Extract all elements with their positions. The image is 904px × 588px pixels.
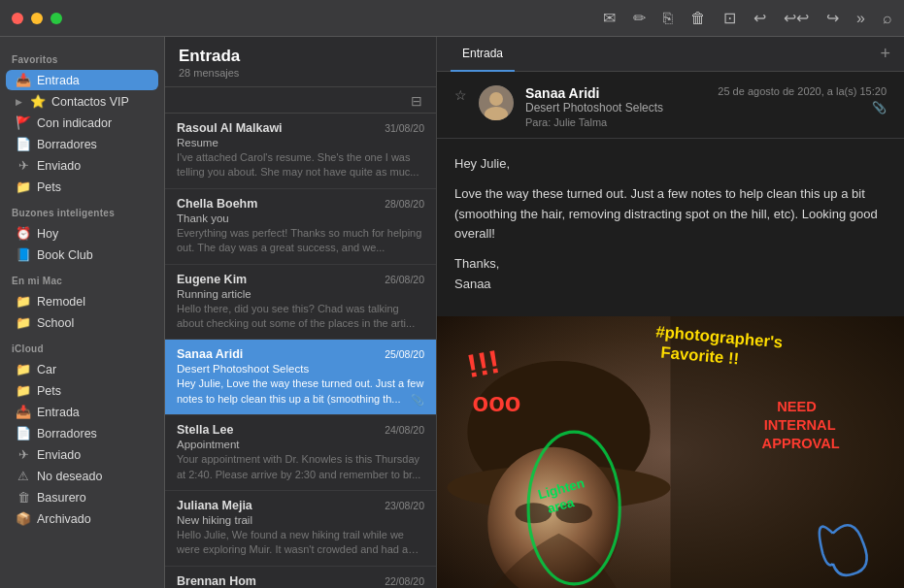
message-item[interactable]: Juliana Mejia 23/08/20 New hiking trail … (165, 491, 436, 567)
book-icon: 📘 (16, 247, 31, 262)
folder-car-icon: 📁 (16, 362, 31, 376)
section-header-en-mi-mac: En mi Mac (0, 266, 164, 290)
junk-icloud-icon: ⚠ (16, 469, 31, 483)
maximize-button[interactable] (50, 13, 62, 24)
sidebar-item-archivado[interactable]: 📦 Archivado (6, 508, 158, 529)
email-closing: Thanks, Sanaa (454, 254, 887, 295)
email-sender-name: Sanaa Aridi (525, 85, 706, 101)
svg-text:NEED: NEED (777, 399, 817, 414)
flag-icon: 🚩 (16, 115, 31, 130)
photo-annotation: !!! ooo Lighten area #photographer's Fav… (437, 316, 904, 588)
new-message-icon[interactable]: ✉ (603, 9, 616, 27)
message-list-header: Entrada 28 mensajes (165, 37, 436, 87)
add-tab-button[interactable]: + (880, 44, 890, 64)
clock-icon: ⏰ (16, 226, 31, 241)
sidebar: Favoritos 📥 Entrada ▶ ⭐ Contactos VIP 🚩 … (0, 37, 165, 588)
sidebar-item-school[interactable]: 📁 School (6, 312, 158, 333)
search-icon[interactable]: ⌕ (883, 10, 892, 27)
folder-school-icon: 📁 (16, 315, 31, 330)
inbox-icloud-icon: 📥 (16, 405, 31, 419)
sent-icon: ✈ (16, 158, 31, 173)
archive-icloud-icon: 📦 (16, 511, 31, 526)
inbox-icon: 📥 (16, 73, 31, 87)
svg-text:INTERNAL: INTERNAL (764, 417, 836, 433)
message-item-selected[interactable]: Sanaa Aridi 25/08/20 Desert Photoshoot S… (165, 340, 436, 415)
star-button[interactable]: ☆ (454, 87, 467, 103)
filter-icon[interactable]: ⊟ (411, 93, 422, 109)
detail-tabs: Entrada + (437, 37, 904, 72)
main-layout: Favoritos 📥 Entrada ▶ ⭐ Contactos VIP 🚩 … (0, 37, 904, 588)
sidebar-item-contactos-vip[interactable]: ▶ ⭐ Contactos VIP (6, 91, 158, 112)
expand-arrow-icon: ▶ (16, 97, 22, 107)
sidebar-item-basurero[interactable]: 🗑 Basurero (6, 487, 158, 507)
email-greeting: Hey Julie, (454, 154, 887, 175)
sidebar-item-enviado-fav[interactable]: ✈ Enviado (6, 155, 158, 176)
forward-icon[interactable]: ↪ (826, 9, 839, 27)
sidebar-item-hoy[interactable]: ⏰ Hoy (6, 223, 158, 244)
compose-icon[interactable]: ✏ (633, 9, 646, 27)
svg-point-1 (489, 92, 503, 106)
sidebar-item-pets-icloud[interactable]: 📁 Pets (6, 380, 158, 401)
star-icon: ⭐ (30, 94, 46, 109)
more-icon[interactable]: » (856, 10, 865, 27)
sidebar-item-car[interactable]: 📁 Car (6, 359, 158, 379)
sidebar-item-no-deseado[interactable]: ⚠ No deseado (6, 466, 158, 486)
toolbar: ✉ ✏ ⎘ 🗑 ⊡ ↩ ↩↩ ↪ » ⌕ (603, 9, 892, 27)
sent-icloud-icon: ✈ (16, 447, 31, 462)
sidebar-item-remodel[interactable]: 📁 Remodel (6, 291, 158, 311)
reply-all-icon[interactable]: ↩↩ (784, 9, 809, 27)
email-header: ☆ Sanaa Aridi Desert Photoshoot Selects … (437, 72, 904, 139)
title-bar: ✉ ✏ ⎘ 🗑 ⊡ ↩ ↩↩ ↪ » ⌕ (0, 0, 904, 37)
message-list: Entrada 28 mensajes ⊟ Rasoul Al Malkawi … (165, 37, 437, 588)
message-item[interactable]: Chella Boehm 28/08/20 Thank you Everythi… (165, 189, 436, 265)
email-body-paragraph: Love the way these turned out. Just a fe… (454, 184, 887, 245)
email-meta: Sanaa Aridi Desert Photoshoot Selects Pa… (525, 85, 706, 128)
email-to-line: Para: Julie Talma (525, 116, 706, 128)
draft-icon: 📄 (16, 137, 31, 151)
draft-icloud-icon: 📄 (16, 426, 31, 441)
reply-icon[interactable]: ↩ (753, 9, 766, 27)
detail-content: ☆ Sanaa Aridi Desert Photoshoot Selects … (437, 72, 904, 588)
message-item[interactable]: Rasoul Al Malkawi 31/08/20 Resume I've a… (165, 114, 436, 189)
folder-pets-icon: 📁 (16, 383, 31, 398)
sidebar-item-pets-fav[interactable]: 📁 Pets (6, 177, 158, 197)
message-list-title: Entrada (179, 47, 422, 66)
message-item[interactable]: Eugene Kim 26/08/20 Running article Hell… (165, 265, 436, 341)
minimize-button[interactable] (31, 13, 43, 24)
email-body: Hey Julie, Love the way these turned out… (437, 139, 904, 316)
junk-icon[interactable]: ⊡ (723, 9, 736, 27)
folder-icon: 📁 (16, 180, 31, 194)
detail-pane: Entrada + ☆ Sanaa Aridi Desert (437, 37, 904, 588)
message-list-count: 28 mensajes (179, 67, 422, 79)
email-date: 25 de agosto de 2020, a la(s) 15:20 (718, 85, 887, 97)
email-subject-line: Desert Photoshoot Selects (525, 101, 706, 114)
svg-text:!!!: !!! (464, 343, 502, 384)
message-list-filter: ⊟ (165, 87, 436, 114)
tab-entrada[interactable]: Entrada (451, 37, 515, 72)
messages-scroll: Rasoul Al Malkawi 31/08/20 Resume I've a… (165, 114, 436, 588)
message-item[interactable]: Stella Lee 24/08/20 Appointment Your app… (165, 415, 436, 491)
attachment-paperclip-icon: 📎 (872, 101, 887, 114)
sidebar-item-borradores-fav[interactable]: 📄 Borradores (6, 134, 158, 154)
sidebar-item-entrada-icloud[interactable]: 📥 Entrada (6, 402, 158, 422)
section-header-icloud: iCloud (0, 334, 164, 358)
sidebar-item-book-club[interactable]: 📘 Book Club (6, 245, 158, 265)
folder-remodel-icon: 📁 (16, 294, 31, 309)
delete-icon[interactable]: 🗑 (690, 10, 706, 27)
sidebar-item-entrada[interactable]: 📥 Entrada (6, 70, 158, 90)
sidebar-item-borradores-icloud[interactable]: 📄 Borradores (6, 423, 158, 443)
sender-avatar (479, 85, 514, 120)
message-item[interactable]: Brennan Hom 22/08/20 NYC Photo Hi Julie,… (165, 567, 436, 588)
archive-icon[interactable]: ⎘ (663, 10, 673, 27)
section-header-favoritos: Favoritos (0, 45, 164, 69)
trash-icloud-icon: 🗑 (16, 490, 31, 505)
svg-text:ooo: ooo (473, 387, 521, 417)
svg-text:APPROVAL: APPROVAL (762, 436, 840, 451)
close-button[interactable] (12, 13, 23, 24)
section-header-buzones: Buzones inteligentes (0, 198, 164, 222)
sidebar-item-con-indicador[interactable]: 🚩 Con indicador (6, 113, 158, 133)
sidebar-item-enviado-icloud[interactable]: ✈ Enviado (6, 444, 158, 465)
attachment-icon: 📎 (411, 394, 424, 407)
